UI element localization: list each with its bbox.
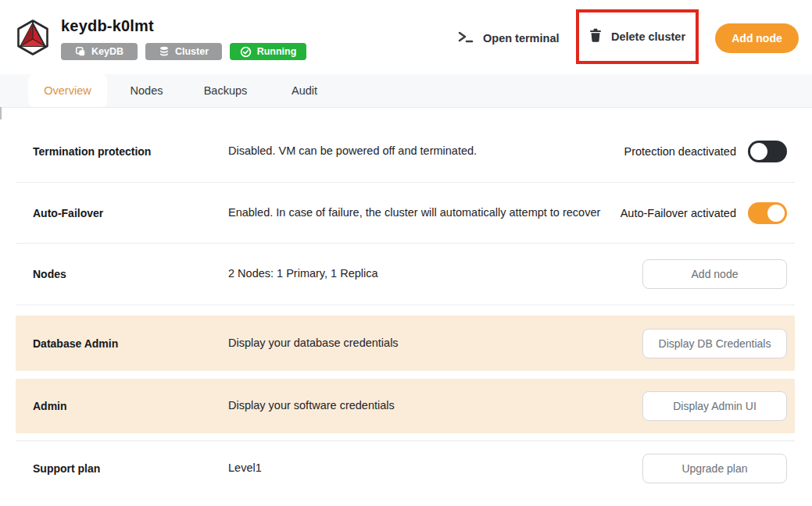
cluster-overview-page: keydb-k0lmt KeyDB — [0, 0, 812, 506]
row-label: Auto-Failover — [33, 207, 228, 219]
open-terminal-label: Open terminal — [483, 32, 560, 45]
trash-icon — [589, 28, 602, 45]
add-node-header-button[interactable]: Add node — [715, 23, 799, 53]
open-terminal-button[interactable]: Open terminal — [457, 30, 560, 47]
page-header: keydb-k0lmt KeyDB — [0, 0, 812, 74]
toggle-knob — [750, 143, 767, 160]
termination-protection-row: Termination protection Disabled. VM can … — [16, 120, 795, 183]
keydb-logo-icon — [14, 19, 52, 56]
badge-row: KeyDB Cluster — [61, 43, 306, 60]
termination-protection-toggle[interactable] — [748, 141, 787, 162]
tab-bar: Overview Nodes Backups Audit — [0, 74, 812, 108]
window-edge-artifact — [0, 107, 2, 119]
page-title: keydb-k0lmt — [61, 17, 306, 35]
row-description: Enabled. In case of failure, the cluster… — [228, 205, 603, 221]
display-admin-ui-button[interactable]: Display Admin UI — [642, 391, 787, 421]
settings-list: Termination protection Disabled. VM can … — [16, 108, 795, 495]
row-label: Admin — [33, 400, 228, 412]
title-block: keydb-k0lmt KeyDB — [61, 17, 306, 60]
row-label: Support plan — [33, 462, 228, 475]
row-label: Nodes — [33, 268, 228, 280]
copy-icon — [75, 46, 86, 57]
nodes-row: Nodes 2 Nodes: 1 Primary, 1 Replica Add … — [16, 244, 795, 305]
tab-audit[interactable]: Audit — [265, 74, 344, 107]
row-label: Database Admin — [33, 337, 228, 350]
badge-label: Running — [257, 46, 297, 57]
delete-cluster-button[interactable]: Delete cluster — [589, 28, 685, 45]
auto-failover-toggle[interactable] — [748, 202, 787, 224]
tab-backups[interactable]: Backups — [186, 74, 265, 107]
database-icon — [159, 46, 170, 57]
display-db-credentials-button[interactable]: Display DB Credentials — [642, 329, 787, 358]
support-plan-row: Support plan Level1 Upgrade plan — [16, 440, 795, 495]
tab-overview[interactable]: Overview — [28, 74, 107, 107]
badge-label: KeyDB — [91, 46, 123, 57]
row-description: Display your software credentials — [228, 398, 603, 414]
auto-failover-row: Auto-Failover Enabled. In case of failur… — [16, 183, 795, 244]
terminal-icon — [457, 30, 474, 47]
toggle-knob — [767, 205, 785, 222]
annotation-highlight-box: Delete cluster — [576, 9, 699, 64]
database-admin-row: Database Admin Display your database cre… — [16, 315, 795, 371]
delete-cluster-label: Delete cluster — [611, 30, 685, 43]
add-node-row-button[interactable]: Add node — [642, 259, 787, 289]
row-description: Disabled. VM can be powered off and term… — [228, 144, 603, 159]
row-label: Termination protection — [33, 145, 228, 158]
upgrade-plan-button[interactable]: Upgrade plan — [642, 454, 787, 483]
toggle-status-text: Protection deactivated — [624, 145, 736, 158]
row-description: Level1 — [228, 461, 603, 476]
row-description: 2 Nodes: 1 Primary, 1 Replica — [228, 266, 603, 282]
keydb-badge: KeyDB — [61, 43, 138, 60]
badge-label: Cluster — [175, 46, 209, 57]
running-status-badge: Running — [230, 43, 306, 60]
tab-nodes[interactable]: Nodes — [107, 74, 186, 107]
toggle-status-text: Auto-Failover activated — [621, 207, 736, 219]
admin-row: Admin Display your software credentials … — [16, 379, 795, 433]
row-description: Display your database credentials — [228, 336, 603, 351]
cluster-badge: Cluster — [145, 43, 222, 60]
check-circle-icon — [240, 46, 252, 58]
